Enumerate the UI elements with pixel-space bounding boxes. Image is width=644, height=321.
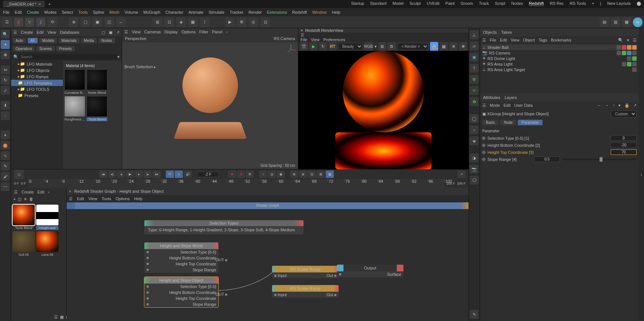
rv-crop-icon[interactable]: ⧉ [388, 42, 396, 51]
matmgr-del-icon[interactable]: 🗑 [29, 197, 33, 202]
key-diamond-icon[interactable] [482, 157, 486, 161]
menu-volume[interactable]: Volume [125, 10, 138, 14]
matmgr-add-icon[interactable]: + [13, 197, 16, 202]
snap3-icon[interactable]: ◈ [176, 17, 186, 27]
tl-play-icon[interactable]: ▶ [126, 171, 134, 178]
attr-lock-icon[interactable]: 🔒 [624, 103, 630, 108]
obj-filter2-icon[interactable]: ☰ [633, 38, 637, 43]
spline-tool-icon[interactable]: ⌐ [116, 17, 126, 27]
brush1-icon[interactable]: ● [1, 130, 10, 139]
new-layouts-button[interactable]: New Layouts [607, 1, 631, 6]
menu-help[interactable]: Help [332, 10, 341, 14]
rv-menu-view[interactable]: View [311, 37, 320, 42]
tree-presets[interactable]: 📁Presets [11, 92, 63, 99]
rv-refresh-icon[interactable]: ↻ [319, 42, 327, 51]
tl-o1-icon[interactable]: ○ [259, 171, 267, 178]
check-icon[interactable] [622, 51, 626, 55]
axis-x-button[interactable]: X [14, 18, 23, 27]
check-icon[interactable] [632, 56, 637, 61]
tl-graph-icon[interactable]: ↗ [457, 171, 466, 178]
layout-model[interactable]: Model [393, 1, 404, 6]
tab-objects[interactable]: Objects [483, 30, 497, 34]
node-height-slope-object[interactable]: Height and Slope Object Selection Type [… [144, 277, 218, 307]
asset-menu-edit[interactable]: Edit [37, 30, 44, 34]
rv-snow1-icon[interactable]: ❄ [449, 42, 457, 51]
rv-render-select[interactable]: < Render > [397, 43, 429, 50]
tl-m3-icon[interactable]: ⊡ [308, 171, 316, 178]
close-tab-icon[interactable]: × [38, 2, 41, 6]
vp-menu-display[interactable]: Display [164, 30, 178, 34]
take3-icon[interactable]: ▦ [622, 17, 631, 27]
tag-mat2-icon[interactable] [627, 45, 631, 50]
ops-presets[interactable]: Presets [56, 46, 75, 52]
vis-toggle-icon[interactable] [617, 51, 621, 55]
obj-rs-dome[interactable]: ☀RS Dome Light [482, 56, 637, 61]
move-tool-icon[interactable]: ✥ [1, 50, 10, 59]
obj-filter1-icon[interactable]: ▾ [627, 38, 629, 43]
guides-icon[interactable]: ⟟ [200, 17, 209, 27]
filter-nodes[interactable]: Nodes [98, 38, 115, 43]
tree-lfo-ramps[interactable]: ▸📁LFO Ramps [11, 73, 63, 80]
brush3-icon[interactable]: ∿ [1, 151, 10, 160]
port-in-icon[interactable] [147, 263, 149, 265]
obj-rs-camera[interactable]: 📷RS Camera [482, 50, 637, 56]
scale-icon[interactable]: ⤢ [1, 86, 10, 95]
sg-menu-help[interactable]: Help [134, 196, 142, 201]
search-dropdown-icon[interactable]: ▾ [117, 54, 120, 59]
rv-hamburger-icon[interactable]: ☰ [301, 33, 304, 37]
layout-rsrec[interactable]: RS Rec [550, 1, 564, 6]
vp-menu-filter[interactable]: Filter [199, 30, 208, 34]
subtab-basic[interactable]: Basic [482, 120, 499, 125]
attr-menu-edit[interactable]: Edit [504, 103, 511, 107]
axis-y-button[interactable]: Y [25, 18, 34, 27]
mat-noise[interactable]: Noise Blend [87, 69, 107, 95]
sg-canvas[interactable]: Selection Types Type: 0-Height Range, 1-… [67, 209, 469, 321]
rs-camera-icon[interactable]: 📷 [470, 165, 479, 173]
ops-scenes[interactable]: Scenes [36, 46, 54, 52]
port-in-icon[interactable] [147, 269, 149, 271]
port-in-icon[interactable] [147, 285, 149, 288]
axis-z-button[interactable]: Z [36, 18, 45, 27]
tag-mat-icon[interactable] [622, 45, 626, 50]
sg-menu-edit[interactable]: Edit [77, 196, 84, 201]
rv-canvas[interactable] [298, 51, 469, 169]
filter-materials[interactable]: Materials [58, 38, 80, 43]
layout-add-icon[interactable]: + [592, 1, 594, 6]
check-icon[interactable] [627, 62, 631, 66]
rv-menu-prefs[interactable]: Preferences [323, 37, 345, 42]
tl-o3-icon[interactable]: ◉ [277, 171, 285, 178]
sg-tab-label[interactable]: Redshift Shader Graph - Height and Slope… [74, 189, 164, 193]
rv-rt-button[interactable]: RT [329, 42, 337, 51]
matmgr-node-icon[interactable]: ◫ [18, 197, 21, 202]
menu-animate[interactable]: Animate [188, 10, 203, 14]
matmgr-x-icon[interactable]: ✕ [24, 197, 27, 202]
rv-grid-icon[interactable]: ⊞ [378, 42, 386, 51]
tree-lfo-templates[interactable]: 📁LFO Templates [11, 80, 63, 86]
layout-rstools[interactable]: RS Tools [570, 1, 586, 6]
rs-cog-icon[interactable]: ✿ [470, 97, 479, 106]
tree-lfo-tools[interactable]: ▸📁LFO TOOLS [11, 86, 63, 92]
workplane-icon[interactable]: ▦ [188, 17, 198, 27]
node-object-out[interactable]: OUT [215, 292, 227, 297]
brush2-icon[interactable]: ⬤ [1, 141, 10, 150]
menu-render[interactable]: Render [248, 10, 262, 14]
menu-window[interactable]: Window [312, 10, 327, 14]
port-in-icon[interactable] [274, 275, 276, 277]
vp-menu-panel[interactable]: Panel [212, 30, 222, 34]
menu-create[interactable]: Create [27, 10, 39, 14]
undo-history-icon[interactable]: ☰ [2, 17, 12, 27]
menu-file[interactable]: File [3, 10, 10, 14]
asset-menu-db[interactable]: Databases [60, 30, 80, 34]
port-in-icon[interactable] [274, 294, 276, 296]
obj-menu-object[interactable]: Object [523, 38, 535, 42]
asset-toggle2-icon[interactable]: ▣ [109, 30, 113, 35]
attr-filter-icon[interactable]: ▾ [618, 103, 621, 108]
mat-heightand[interactable]: Height and [36, 205, 58, 230]
tab-attributes[interactable]: Attributes [483, 95, 500, 100]
tl-frame-input[interactable] [197, 172, 219, 177]
render-settings-icon[interactable]: ⚙ [237, 17, 246, 27]
curve-icon[interactable]: 〰 [1, 182, 10, 191]
live-select-icon[interactable]: ✦ [1, 40, 10, 49]
file-tab[interactable]: _SHADER.c4d * × [3, 1, 45, 7]
layout-sculpt[interactable]: Sculpt [409, 1, 421, 6]
